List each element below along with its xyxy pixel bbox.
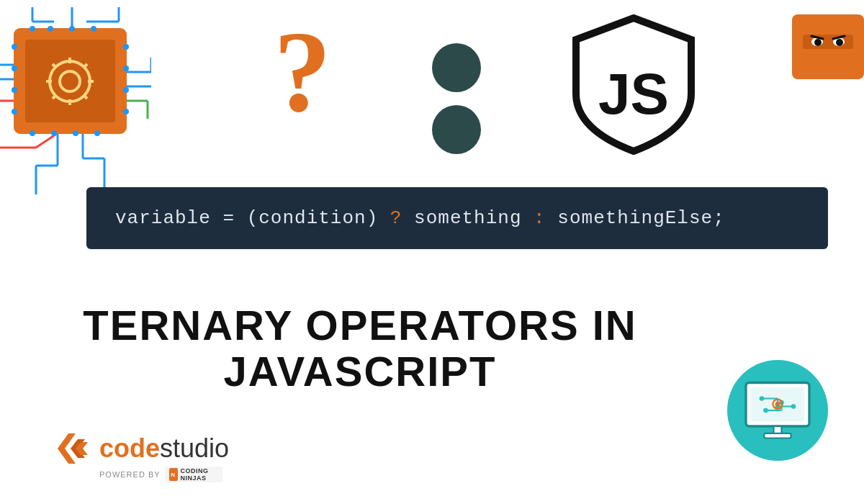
svg-point-40: [30, 130, 35, 136]
svg-point-51: [123, 109, 129, 114]
svg-point-46: [12, 87, 17, 93]
svg-point-36: [30, 26, 35, 32]
svg-point-48: [123, 44, 129, 50]
code-block: variable = (condition) ? something : som…: [86, 187, 828, 249]
powered-by-section: POWERED BY N CODING NINJAS: [99, 467, 222, 482]
codestudio-logo: codestudio POWERED BY N CODING NINJAS: [58, 433, 229, 482]
colon-dot-top: [432, 43, 481, 92]
svg-point-45: [12, 66, 17, 71]
svg-point-69: [760, 396, 765, 401]
svg-point-59: [836, 39, 843, 46]
codestudio-brand: codestudio: [58, 433, 229, 464]
page-container: ? JS: [0, 0, 864, 504]
svg-text:JS: JS: [598, 62, 669, 126]
monitor-circle-icon: [727, 360, 828, 461]
coding-ninjas-logo-top-right: [792, 14, 864, 79]
svg-rect-25: [25, 40, 115, 122]
svg-point-43: [94, 130, 100, 136]
svg-rect-55: [803, 35, 853, 49]
svg-point-72: [763, 408, 768, 413]
codestudio-text: codestudio: [99, 433, 229, 464]
svg-point-71: [791, 404, 796, 409]
svg-point-47: [12, 109, 17, 114]
code-colon-op: :: [534, 207, 546, 229]
code-part-text: code: [99, 433, 160, 463]
code-variable: variable = (condition): [115, 207, 390, 229]
svg-rect-77: [764, 433, 791, 438]
svg-point-44: [12, 44, 17, 50]
svg-point-37: [48, 26, 53, 32]
main-title: TERNARY OPERATORS IN JAVASCRIPT: [0, 302, 720, 395]
circuit-board-icon: [0, 7, 151, 194]
powered-by-text: POWERED BY: [99, 470, 161, 479]
colon-dot-bottom: [432, 105, 481, 154]
cn-small-text: CODING NINJAS: [181, 467, 218, 482]
svg-point-49: [123, 66, 129, 71]
colon-dots: [432, 43, 481, 154]
code-else: somethingElse;: [546, 207, 725, 229]
studio-part-text: studio: [160, 433, 229, 463]
svg-point-38: [69, 26, 75, 32]
code-something: something: [402, 207, 534, 229]
javascript-shield-icon: JS: [569, 14, 698, 155]
title-line2: JAVASCRIPT: [0, 348, 720, 395]
svg-point-41: [51, 130, 57, 136]
svg-point-75: [775, 402, 780, 407]
title-line1: TERNARY OPERATORS IN: [0, 302, 720, 348]
coding-ninjas-small-logo: N CODING NINJAS: [165, 467, 222, 482]
cn-small-icon: N: [169, 468, 178, 481]
codestudio-icon: [58, 433, 94, 464]
code-ternary-op: ?: [390, 207, 402, 229]
svg-point-58: [814, 39, 822, 46]
svg-point-50: [123, 87, 129, 93]
svg-point-42: [73, 130, 78, 136]
code-text: variable = (condition) ? something : som…: [115, 207, 799, 229]
question-mark-symbol: ?: [274, 14, 331, 130]
svg-point-39: [91, 26, 96, 32]
